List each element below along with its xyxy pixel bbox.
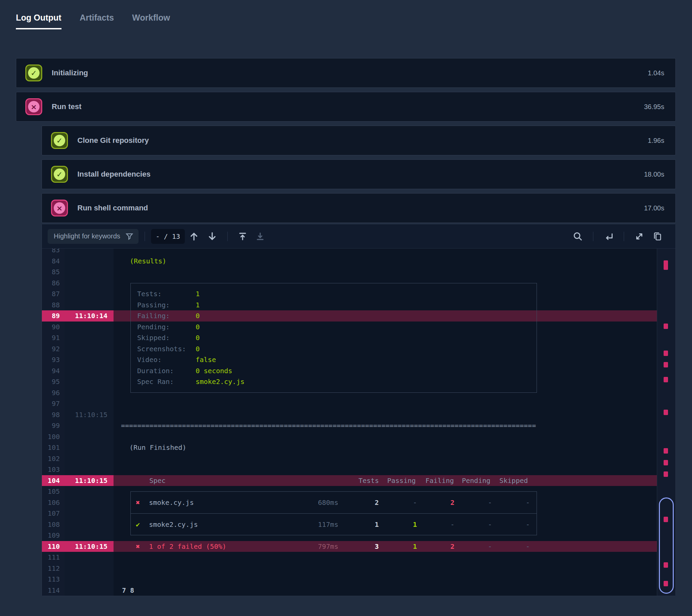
filter-icon bbox=[126, 233, 133, 240]
step-row-run-shell-command[interactable]: ×Run shell command17.00s bbox=[42, 193, 676, 223]
log-line-content bbox=[113, 409, 657, 420]
log-line-content: (Results) bbox=[113, 256, 657, 267]
log-line: 87Tests:1 bbox=[42, 288, 675, 300]
line-number[interactable]: 87 bbox=[42, 288, 65, 300]
scroll-to-top-button[interactable] bbox=[236, 230, 250, 243]
line-number[interactable]: 114 bbox=[42, 585, 65, 596]
line-timestamp bbox=[65, 354, 113, 366]
log-text-segment: Tests: bbox=[137, 288, 161, 300]
line-number[interactable]: 97 bbox=[42, 398, 65, 409]
log-line-content bbox=[113, 431, 657, 442]
step-row-install-dependencies[interactable]: ✓Install dependencies18.00s bbox=[42, 159, 676, 189]
line-number[interactable]: 110 bbox=[42, 541, 65, 552]
line-number[interactable]: 109 bbox=[42, 530, 65, 541]
highlight-keywords-button[interactable]: Highlight for keywords bbox=[48, 229, 138, 244]
search-button[interactable] bbox=[571, 229, 585, 243]
status-success-icon: ✓ bbox=[51, 166, 68, 183]
line-timestamp bbox=[65, 248, 113, 256]
step-row-run-test[interactable]: ×Run test36.95s bbox=[16, 92, 676, 122]
log-line-content: Spec Ran:smoke2.cy.js bbox=[113, 376, 657, 387]
step-row-clone-git-repository[interactable]: ✓Clone Git repository1.96s bbox=[42, 126, 676, 155]
log-text-segment: 3 bbox=[375, 541, 379, 552]
line-number[interactable]: 102 bbox=[42, 453, 65, 464]
step-row-initializing[interactable]: ✓Initializing1.04s bbox=[16, 58, 676, 88]
log-text-segment: Screenshots: bbox=[137, 344, 186, 355]
status-glyph: × bbox=[28, 101, 40, 112]
tab-artifacts[interactable]: Artifacts bbox=[80, 13, 114, 29]
line-number[interactable]: 106 bbox=[42, 497, 65, 508]
line-number[interactable]: 90 bbox=[42, 322, 65, 333]
error-marker bbox=[664, 324, 668, 329]
log-text-segment: Failing: bbox=[137, 310, 170, 322]
line-timestamp bbox=[65, 453, 113, 464]
status-glyph: ✓ bbox=[54, 169, 65, 180]
tab-log-output[interactable]: Log Output bbox=[16, 13, 62, 29]
step-duration: 17.00s bbox=[644, 204, 664, 212]
scrollbar-thumb[interactable] bbox=[659, 498, 674, 594]
log-text-segment: smoke2.cy.js bbox=[149, 519, 198, 530]
error-marker bbox=[664, 448, 668, 454]
line-number[interactable]: 86 bbox=[42, 278, 65, 289]
log-line-content bbox=[113, 398, 657, 409]
wrap-lines-button[interactable] bbox=[602, 229, 615, 243]
log-line: 106✖smoke.cy.js680ms2-2-- bbox=[42, 497, 675, 508]
tab-workflow[interactable]: Workflow bbox=[132, 13, 170, 29]
line-number[interactable]: 99 bbox=[42, 420, 65, 431]
line-number[interactable]: 94 bbox=[42, 366, 65, 377]
log-line: 10411:10:15SpecTestsPassingFailingPendin… bbox=[42, 475, 675, 486]
log-text-segment: 0 bbox=[196, 322, 200, 333]
log-text-segment: 2 bbox=[450, 541, 454, 552]
log-line: 113 bbox=[42, 574, 675, 585]
line-timestamp: 11:10:15 bbox=[65, 541, 113, 552]
log-text-segment: Passing bbox=[387, 475, 416, 486]
line-number[interactable]: 108 bbox=[42, 519, 65, 530]
line-number[interactable]: 105 bbox=[42, 486, 65, 497]
log-text-segment: Duration: bbox=[137, 366, 174, 377]
line-timestamp bbox=[65, 497, 113, 508]
line-timestamp bbox=[65, 266, 113, 278]
line-number[interactable]: 107 bbox=[42, 508, 65, 519]
log-line: 8911:10:14Failing:0 bbox=[42, 310, 675, 322]
log-text-segment: (Results) bbox=[130, 256, 166, 267]
log-line-content bbox=[113, 486, 657, 497]
line-number[interactable]: 91 bbox=[42, 332, 65, 344]
line-number[interactable]: 83 bbox=[42, 248, 65, 256]
line-number[interactable]: 113 bbox=[42, 574, 65, 585]
log-line: 88Passing:1 bbox=[42, 300, 675, 311]
status-success-icon: ✓ bbox=[51, 132, 68, 149]
line-number[interactable]: 93 bbox=[42, 354, 65, 366]
line-number[interactable]: 88 bbox=[42, 300, 65, 311]
log-line-content bbox=[113, 266, 657, 278]
log-text-segment: - bbox=[526, 519, 530, 530]
line-number[interactable]: 85 bbox=[42, 266, 65, 278]
line-number[interactable]: 92 bbox=[42, 344, 65, 355]
line-number[interactable]: 84 bbox=[42, 256, 65, 267]
log-text-segment: (Run Finished) bbox=[129, 442, 187, 453]
toolbar-divider bbox=[593, 232, 593, 241]
line-number[interactable]: 89 bbox=[42, 310, 65, 322]
match-counter: - / 13 bbox=[151, 229, 185, 244]
line-number[interactable]: 112 bbox=[42, 563, 65, 574]
line-number[interactable]: 96 bbox=[42, 387, 65, 398]
log-line-content bbox=[113, 574, 657, 585]
line-number[interactable]: 103 bbox=[42, 464, 65, 475]
log-text-segment: Skipped bbox=[499, 475, 528, 486]
log-line: 108✔smoke2.cy.js117ms11--- bbox=[42, 519, 675, 530]
log-line-content: Tests:1 bbox=[113, 288, 657, 300]
log-line-content bbox=[113, 248, 657, 256]
next-match-button[interactable] bbox=[205, 229, 219, 243]
line-number[interactable]: 100 bbox=[42, 431, 65, 442]
log-text-segment: Video: bbox=[137, 354, 161, 366]
line-timestamp bbox=[65, 344, 113, 355]
line-number[interactable]: 98 bbox=[42, 409, 65, 420]
fullscreen-button[interactable] bbox=[632, 229, 646, 243]
previous-match-button[interactable] bbox=[187, 229, 201, 243]
log-line: 97 bbox=[42, 398, 675, 409]
copy-button[interactable] bbox=[650, 229, 665, 243]
log-text-segment: - bbox=[488, 541, 492, 552]
line-number[interactable]: 95 bbox=[42, 376, 65, 387]
line-number[interactable]: 101 bbox=[42, 442, 65, 453]
scroll-to-bottom-button[interactable] bbox=[254, 230, 267, 243]
line-number[interactable]: 111 bbox=[42, 552, 65, 563]
line-number[interactable]: 104 bbox=[42, 475, 65, 486]
